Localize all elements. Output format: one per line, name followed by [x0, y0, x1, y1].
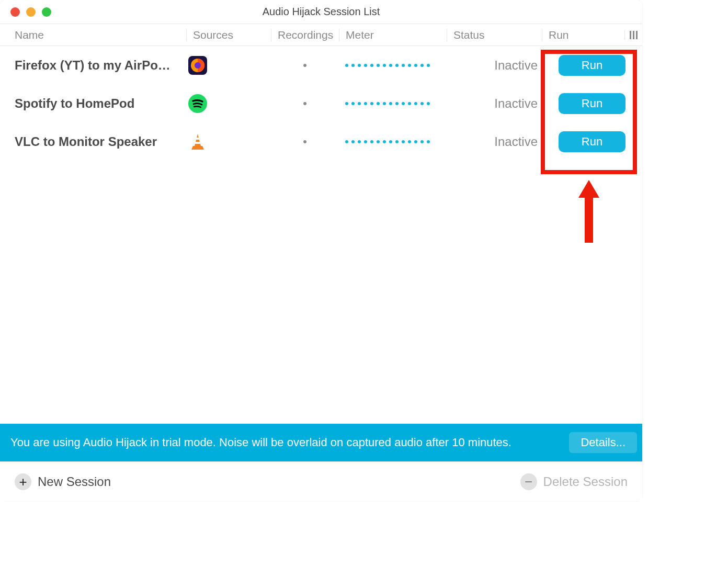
run-button[interactable]: Run	[559, 93, 625, 114]
session-meter	[339, 101, 447, 106]
bottom-toolbar: + New Session − Delete Session	[0, 461, 642, 501]
minus-icon: −	[520, 473, 537, 490]
svg-marker-11	[578, 180, 599, 243]
session-recordings-indicator: •	[271, 135, 339, 149]
plus-icon: +	[15, 473, 31, 490]
svg-marker-7	[195, 134, 201, 146]
session-name: VLC to Monitor Speaker	[0, 134, 186, 149]
delete-session-label: Delete Session	[543, 474, 628, 489]
session-meter	[339, 139, 447, 144]
session-source	[186, 56, 271, 75]
annotation-arrow	[578, 180, 599, 243]
svg-rect-2	[636, 31, 638, 39]
column-header-status[interactable]: Status	[447, 29, 542, 41]
traffic-lights	[0, 7, 51, 17]
trial-banner-text: You are using Audio Hijack in trial mode…	[10, 435, 511, 450]
column-header-run[interactable]: Run	[542, 29, 624, 41]
run-button[interactable]: Run	[559, 55, 625, 76]
session-status: Inactive	[447, 96, 542, 111]
session-source	[186, 94, 271, 113]
column-configure-button[interactable]	[624, 30, 642, 40]
column-header-recordings[interactable]: Recordings	[271, 29, 339, 41]
svg-point-5	[195, 62, 201, 69]
session-run-cell: Run	[542, 131, 642, 152]
new-session-button[interactable]: + New Session	[9, 469, 116, 494]
run-button[interactable]: Run	[559, 131, 625, 152]
session-run-cell: Run	[542, 93, 642, 114]
session-run-cell: Run	[542, 55, 642, 76]
trial-details-button[interactable]: Details...	[569, 432, 637, 453]
svg-rect-1	[633, 31, 634, 39]
svg-rect-8	[195, 138, 200, 140]
vlc-icon	[188, 132, 207, 151]
session-name: Firefox (YT) to my AirPo…	[0, 58, 186, 73]
column-header-meter[interactable]: Meter	[339, 29, 447, 41]
session-recordings-indicator: •	[271, 97, 339, 110]
app-window: Audio Hijack Session List Name Sources R…	[0, 0, 642, 501]
firefox-icon	[188, 56, 207, 75]
session-row[interactable]: Spotify to HomePod•InactiveRun	[0, 84, 642, 122]
window-minimize-button[interactable]	[26, 7, 36, 17]
new-session-label: New Session	[38, 474, 111, 489]
session-meter	[339, 63, 447, 68]
svg-rect-0	[630, 31, 631, 39]
session-name: Spotify to HomePod	[0, 96, 186, 111]
session-row[interactable]: VLC to Monitor Speaker•InactiveRun	[0, 122, 642, 161]
session-status: Inactive	[447, 134, 542, 149]
session-list: Firefox (YT) to my AirPo…•InactiveRunSpo…	[0, 46, 642, 161]
spotify-icon	[188, 94, 207, 113]
window-title: Audio Hijack Session List	[0, 6, 642, 18]
window-zoom-button[interactable]	[42, 7, 51, 17]
svg-rect-9	[195, 142, 201, 144]
session-recordings-indicator: •	[271, 59, 339, 72]
column-header-sources[interactable]: Sources	[186, 29, 271, 41]
trial-banner: You are using Audio Hijack in trial mode…	[0, 424, 642, 461]
column-header-name[interactable]: Name	[0, 29, 186, 41]
delete-session-button[interactable]: − Delete Session	[515, 469, 633, 494]
svg-marker-10	[191, 146, 204, 150]
session-status: Inactive	[447, 58, 542, 73]
column-headers: Name Sources Recordings Meter Status Run	[0, 24, 642, 46]
titlebar: Audio Hijack Session List	[0, 0, 642, 24]
window-close-button[interactable]	[10, 7, 20, 17]
session-source	[186, 132, 271, 151]
session-row[interactable]: Firefox (YT) to my AirPo…•InactiveRun	[0, 46, 642, 84]
